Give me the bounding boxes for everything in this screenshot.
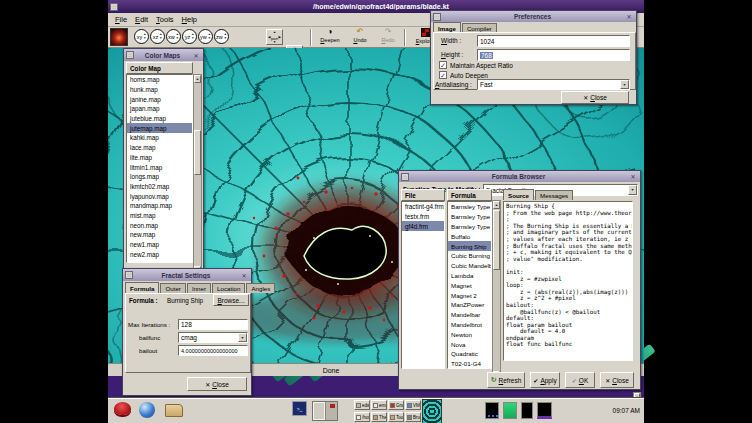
refresh-button[interactable]: ↻ Refresh [487,372,525,388]
preferences-close-button[interactable]: ✕ Close [561,91,629,104]
formula-item[interactable]: T02-01-G4 [448,359,491,369]
color-map-item[interactable]: jutemap.map [127,123,192,133]
formula-item[interactable]: ManZPower [448,300,491,310]
rotate-button[interactable]: xy [134,29,149,44]
formula-browser-titlebar[interactable]: ∷ Formula Browser ✕ [399,171,640,182]
color-map-item[interactable]: kahki.map [127,133,192,143]
workspace-cell[interactable] [313,402,325,420]
color-map-item[interactable]: lite.map [127,153,192,163]
color-map-item[interactable]: japan.map [127,104,192,114]
formula-item[interactable]: Burning Ship [448,241,491,251]
task-button[interactable]: /home/edw [354,412,370,422]
window-menu-icon[interactable]: ∷ [433,13,441,21]
window-menu-icon[interactable]: ∷ [401,173,409,181]
formula-list[interactable]: Barnsley Type 1Barnsley Type 2Barnsley T… [447,201,492,369]
menu-item[interactable]: Tools [152,15,178,24]
window-menu-icon[interactable]: ∷ [110,3,118,11]
color-map-item[interactable]: new2.map [127,249,192,259]
rotate-button[interactable]: xz [150,29,165,44]
fractal-settings-close-button[interactable]: ✕ Close [187,377,247,391]
source-view[interactable]: Burning Ship { ; From the web page http:… [503,201,633,361]
color-map-item[interactable]: homs.map [127,75,192,85]
color-map-item[interactable]: lace.map [127,143,192,153]
undo-button[interactable]: ↶ Undo [348,28,372,43]
monitor-applet-1[interactable] [485,402,499,419]
pan-pad[interactable]: ▲ ▼ ◀ ▶ pan [266,29,283,45]
task-button[interactable]: Tool Optio [388,412,404,422]
file-list[interactable]: fractint-g4.frmtestx.frmgf4d.frm [401,201,445,369]
source-tab[interactable]: Source [503,189,534,200]
color-map-item[interactable]: new.map [127,230,192,240]
formula-column-header[interactable]: Formula [447,189,492,201]
task-button[interactable]: The GIMP [371,412,387,422]
task-button[interactable]: emacs@l [371,400,387,410]
color-map-item[interactable]: mist.map [127,211,192,221]
redhat-menu-icon[interactable] [114,402,131,415]
scroll-up-icon[interactable]: ▲ [194,75,201,83]
formula-item[interactable]: Magnet 2 [448,290,491,300]
rotate-button[interactable]: zw [214,29,229,44]
task-button[interactable]: Brush Se [405,412,421,422]
bailout-input[interactable]: 4.00000000000000000 [178,345,248,356]
color-map-item[interactable]: lyapunov.map [127,191,192,201]
redo-button[interactable]: ↷ Redo [376,28,400,43]
ok-button[interactable]: ✓ OK [565,372,595,388]
formula-item[interactable]: Nova [448,339,491,349]
color-map-item[interactable]: hunk.map [127,85,192,95]
color-map-item[interactable]: juteblue.map [127,114,192,124]
web-browser-icon[interactable] [139,402,155,418]
terminal-icon[interactable]: >_ [292,401,307,416]
source-tab[interactable]: Messages [535,190,573,200]
antialiasing-combo[interactable]: Fast ▼ [477,79,630,90]
chevron-down-icon[interactable]: ▼ [238,333,247,342]
rotate-button[interactable]: yz [182,29,197,44]
window-menu-icon[interactable]: ∷ [126,51,134,59]
height-input[interactable]: 768 [477,49,630,61]
color-map-list[interactable]: homs.maphunk.mapjanine.mapjapan.mapjuteb… [126,74,193,263]
monitor-applet-4[interactable] [537,402,552,419]
menu-item[interactable]: File [111,15,131,24]
color-map-item[interactable]: janine.map [127,94,192,104]
formula-item[interactable]: Buffalo [448,231,491,241]
color-map-column-header[interactable]: Color Map [126,62,193,74]
scroll-up-icon[interactable]: ▲ [493,201,500,209]
settings-tab[interactable]: Formula [125,282,159,293]
formula-item[interactable]: Barnsley Type 2 [448,212,491,222]
max-iterations-input[interactable]: 128 [178,319,248,330]
fractal-settings-titlebar[interactable]: ∷ Fractal Settings ✕ [123,269,251,281]
formula-item[interactable]: Barnsley Type 1 [448,202,491,212]
menu-item[interactable]: Edit [131,15,152,24]
formula-item[interactable]: Newton [448,329,491,339]
pad-up-icon[interactable]: ▲ [267,30,282,34]
formula-item[interactable]: Cubic Burning Ship [448,251,491,261]
deepen-button[interactable]: ◑ Deepen [316,28,344,43]
formula-browser-close-button[interactable]: ✕ Close [600,372,634,388]
formula-item[interactable]: Mandelbar [448,310,491,320]
preferences-titlebar[interactable]: ∷ Preferences ✕ [431,11,636,22]
auto-deepen-checkbox[interactable]: ✓ Auto Deepen [439,71,488,79]
color-map-item[interactable]: mandmap.map [127,201,192,211]
formula-item[interactable]: Lambda [448,271,491,281]
monitor-applet-2[interactable] [503,402,517,419]
fractal-thumbnail-applet[interactable] [422,399,442,423]
color-map-item[interactable]: litmin1.map [127,162,192,172]
color-maps-titlebar[interactable]: ∷ Color Maps ✕ [124,49,203,61]
task-button[interactable]: VMware V [405,400,421,410]
settings-tab[interactable]: Inner [187,283,211,293]
close-icon[interactable]: ✕ [191,52,201,59]
menu-item[interactable]: Help [178,15,201,24]
file-column-header[interactable]: File [401,189,445,201]
color-map-item[interactable]: neon.map [127,220,192,230]
scrollbar-thumb[interactable] [194,130,201,175]
width-input[interactable]: 1024 [477,35,630,47]
color-map-scrollbar[interactable]: ▲ ▼ [193,74,202,275]
close-icon[interactable]: ✕ [624,13,634,20]
workspace-pager[interactable] [312,401,338,421]
color-map-item[interactable]: longs.map [127,172,192,182]
chevron-down-icon[interactable]: ▼ [620,80,629,89]
task-button[interactable]: edwin@lo [354,400,370,410]
formula-item[interactable]: Mandelbrot [448,320,491,330]
color-map-item[interactable]: new1.map [127,240,192,250]
settings-tab[interactable]: Outer [160,283,185,293]
monitor-applet-3[interactable] [521,402,533,419]
